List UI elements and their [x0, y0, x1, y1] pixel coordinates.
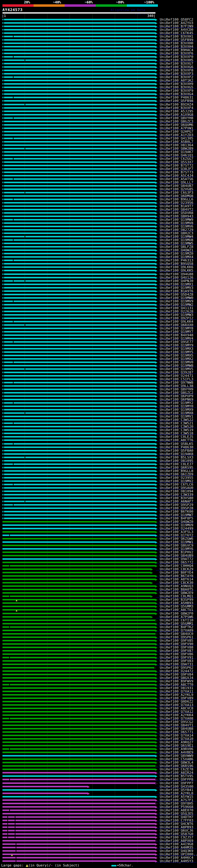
hit-bar[interactable] [2, 375, 156, 377]
hit-bar[interactable] [2, 345, 156, 346]
hit-bar[interactable] [2, 813, 156, 814]
hit-bar[interactable] [2, 372, 156, 373]
hit-bar[interactable] [2, 613, 156, 614]
hit-bar[interactable] [2, 294, 156, 295]
hit-bar[interactable] [2, 708, 156, 709]
hit-bar[interactable] [2, 524, 156, 526]
hit-bar[interactable] [2, 165, 156, 166]
hit-bar[interactable] [2, 630, 156, 631]
hit-bar[interactable] [2, 56, 156, 58]
hit-bar[interactable] [2, 701, 156, 702]
hit-bar[interactable] [2, 229, 156, 230]
hit-bar[interactable] [2, 395, 156, 397]
hit-bar[interactable] [2, 714, 156, 716]
hit-bar[interactable] [2, 107, 156, 109]
hit-bar[interactable] [2, 772, 156, 773]
hit-bar[interactable] [2, 385, 156, 387]
hit-bar[interactable] [2, 127, 156, 129]
hit-bar[interactable] [2, 691, 156, 692]
hit-bar[interactable] [2, 724, 156, 726]
hit-bar[interactable] [2, 351, 156, 353]
hit-bar[interactable] [2, 782, 156, 784]
hit-bar[interactable] [2, 491, 156, 492]
hit-bar[interactable] [2, 843, 156, 845]
hit-label[interactable]: UniRef100_A5YW15 [160, 795, 197, 798]
hit-bar[interactable] [2, 429, 156, 431]
hit-bar[interactable] [2, 711, 156, 713]
hit-bar[interactable] [2, 175, 156, 177]
hit-bar[interactable] [2, 857, 156, 859]
hit-bar[interactable] [2, 775, 156, 777]
hit-bar[interactable] [2, 121, 156, 122]
hit-label[interactable]: UniRef100_Q9FPP7 [160, 781, 197, 785]
hit-label[interactable]: UniRef100_Q5D4Z8 [160, 293, 197, 296]
hit-bar[interactable] [2, 799, 156, 801]
hit-bar[interactable] [2, 266, 156, 268]
hit-bar[interactable] [2, 161, 156, 163]
hit-label[interactable]: UniRef100_Q5FBA0 [160, 449, 197, 452]
hit-bar[interactable] [2, 827, 156, 828]
hit-label[interactable]: UniRef100_A4H5Y3 [160, 859, 197, 863]
hit-bar[interactable] [2, 134, 156, 136]
hit-bar[interactable] [2, 436, 156, 438]
hit-bar[interactable] [2, 249, 156, 251]
hit-bar[interactable] [2, 511, 156, 513]
hit-bar[interactable] [2, 172, 156, 173]
hit-label[interactable]: UniRef100_A1X9G8 [160, 113, 197, 116]
hit-bar[interactable] [2, 514, 156, 516]
hit-bar[interactable] [2, 314, 156, 316]
hit-label[interactable]: UniRef100_A7PVW1 [160, 127, 197, 130]
hit-bar[interactable] [2, 32, 156, 34]
hit-bar[interactable] [2, 287, 156, 288]
hit-bar[interactable] [2, 307, 156, 309]
hit-label[interactable]: UniRef100_Q19MV3 [160, 286, 197, 289]
hit-bar[interactable] [2, 769, 156, 770]
hit-bar[interactable] [2, 63, 156, 64]
hit-bar[interactable] [2, 626, 156, 628]
hit-bar[interactable] [2, 117, 156, 119]
hit-bar[interactable] [2, 806, 156, 808]
hit-bar[interactable] [2, 731, 156, 733]
hit-bar[interactable] [2, 46, 156, 48]
hit-bar[interactable] [2, 178, 156, 180]
hit-bar[interactable] [2, 623, 156, 624]
hit-bar[interactable] [2, 477, 156, 478]
hit-bar[interactable] [2, 728, 156, 730]
hit-label[interactable]: UniRef100_A8CTT6 [160, 438, 197, 442]
hit-label[interactable]: UniRef100_B4FTK2 [160, 625, 197, 629]
hit-bar[interactable] [2, 141, 156, 143]
hit-bar[interactable] [2, 741, 156, 743]
hit-bar[interactable] [2, 531, 156, 533]
hit-bar[interactable] [2, 188, 156, 190]
hit-bar[interactable] [2, 446, 156, 448]
hit-bar[interactable] [2, 226, 156, 227]
hit-label[interactable]: UniRef100_Q84UC0 [160, 632, 197, 636]
hit-bar[interactable] [2, 114, 156, 116]
hit-bar[interactable] [2, 423, 156, 424]
hit-bar[interactable] [2, 104, 156, 105]
hit-bar[interactable] [2, 341, 156, 343]
hit-bar[interactable] [2, 378, 156, 380]
hit-bar[interactable] [2, 328, 156, 329]
hit-bar[interactable] [2, 803, 156, 804]
hit-bar[interactable] [2, 684, 156, 685]
hit-bar[interactable] [2, 270, 156, 271]
hit-bar[interactable] [2, 182, 156, 183]
hit-bar[interactable] [2, 463, 156, 465]
hit-bar[interactable] [2, 572, 151, 573]
hit-bar[interactable] [2, 501, 156, 502]
hit-bar[interactable] [2, 362, 156, 363]
hit-bar[interactable] [2, 83, 156, 85]
hit-bar[interactable] [2, 409, 156, 410]
hit-bar[interactable] [2, 22, 156, 24]
hit-bar[interactable] [2, 317, 156, 319]
hit-bar[interactable] [2, 704, 156, 706]
hit-bar[interactable] [2, 637, 156, 638]
hit-bar[interactable] [2, 762, 156, 763]
hit-label[interactable]: UniRef100_Q5BLK5 [160, 442, 197, 445]
hit-bar[interactable] [2, 674, 156, 675]
hit-label[interactable]: UniRef100_Q2HPG7 [160, 130, 197, 133]
hit-label[interactable]: UniRef100_B9GLL8 [160, 469, 197, 473]
hit-label[interactable]: UniRef100_Q6RS95 [160, 466, 197, 469]
hit-bar[interactable] [2, 823, 156, 825]
